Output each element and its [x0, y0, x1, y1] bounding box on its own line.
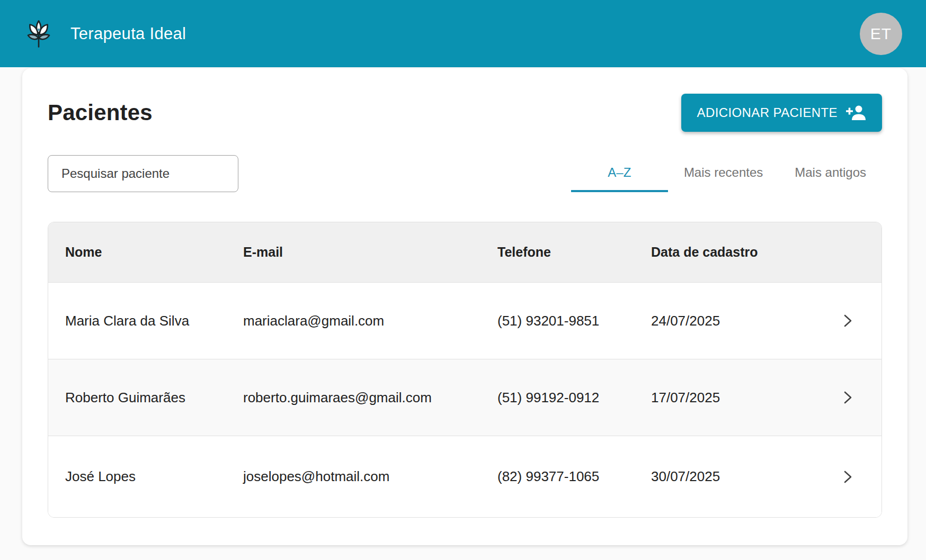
patient-email: joselopes@hotmail.com [243, 468, 497, 485]
tab-sort-recent-label: Mais recentes [684, 165, 763, 180]
patient-email: mariaclara@gmail.com [243, 313, 497, 329]
card-header-row: Pacientes ADICIONAR PACIENTE [48, 94, 882, 132]
patient-name: Roberto Guimarães [65, 390, 243, 406]
sort-tabs: A–Z Mais recentes Mais antigos [571, 153, 882, 192]
user-avatar[interactable]: ET [860, 13, 902, 55]
table-row[interactable]: José Lopes joselopes@hotmail.com (82) 99… [48, 436, 882, 517]
avatar-initials: ET [870, 25, 892, 43]
patient-name: Maria Clara da Silva [65, 313, 243, 329]
column-header-name: Nome [65, 245, 243, 260]
chevron-right-icon[interactable] [841, 391, 854, 404]
column-header-email: E-mail [243, 245, 497, 260]
patient-phone: (51) 99192-0912 [497, 390, 651, 406]
patient-date: 24/07/2025 [651, 313, 826, 329]
patient-email: roberto.guimaraes@gmail.com [243, 390, 497, 406]
patient-date: 30/07/2025 [651, 468, 826, 485]
table-row[interactable]: Maria Clara da Silva mariaclara@gmail.co… [48, 282, 882, 359]
tab-sort-oldest[interactable]: Mais antigos [779, 153, 882, 192]
add-patient-label: ADICIONAR PACIENTE [697, 105, 838, 120]
tab-sort-recent[interactable]: Mais recentes [668, 153, 779, 192]
column-header-phone: Telefone [497, 245, 651, 260]
filter-row: A–Z Mais recentes Mais antigos [48, 153, 882, 192]
table-row[interactable]: Roberto Guimarães roberto.guimaraes@gmai… [48, 359, 882, 436]
tab-sort-az[interactable]: A–Z [571, 153, 668, 192]
person-add-icon [846, 105, 866, 121]
page-title: Pacientes [48, 100, 153, 125]
patient-date: 17/07/2025 [651, 390, 826, 406]
chevron-right-icon[interactable] [841, 314, 854, 328]
add-patient-button[interactable]: ADICIONAR PACIENTE [681, 94, 882, 132]
lotus-logo-icon [24, 17, 54, 51]
tab-sort-az-label: A–Z [608, 165, 631, 180]
patient-phone: (82) 99377-1065 [497, 468, 651, 485]
search-input[interactable] [48, 155, 238, 192]
patients-card: Pacientes ADICIONAR PACIENTE A–Z Mais re… [22, 68, 907, 545]
patient-phone: (51) 93201-9851 [497, 313, 651, 329]
chevron-right-icon[interactable] [841, 470, 854, 484]
column-header-date: Data de cadastro [651, 245, 826, 260]
patients-table: Nome E-mail Telefone Data de cadastro Ma… [48, 222, 882, 518]
tab-sort-oldest-label: Mais antigos [795, 165, 866, 180]
app-header: Terapeuta Ideal ET [0, 0, 926, 67]
app-title: Terapeuta Ideal [70, 24, 186, 43]
table-header-row: Nome E-mail Telefone Data de cadastro [48, 222, 882, 282]
patient-name: José Lopes [65, 468, 243, 485]
